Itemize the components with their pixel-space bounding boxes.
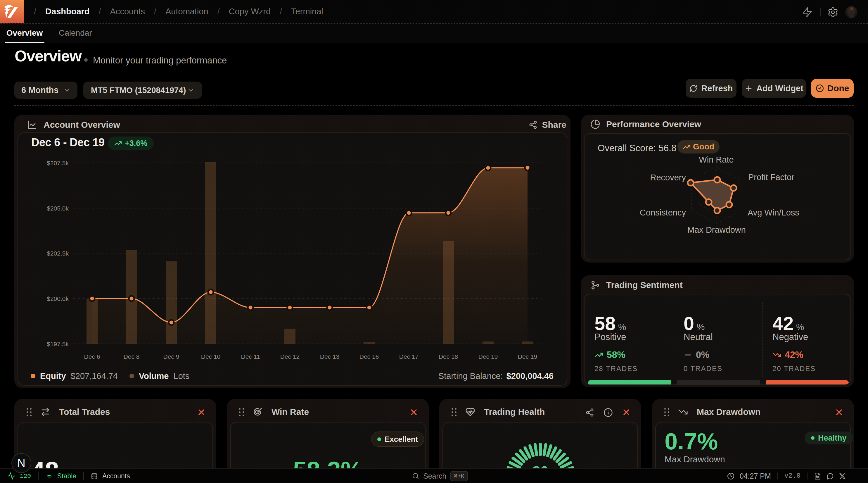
svg-text:Dec 6: Dec 6 xyxy=(84,353,100,360)
svg-text:Max Drawdown: Max Drawdown xyxy=(687,225,746,235)
svg-text:Dec 12: Dec 12 xyxy=(280,353,300,360)
svg-text:$207.5k: $207.5k xyxy=(47,160,69,167)
svg-text:Dec 10: Dec 10 xyxy=(201,353,221,360)
svg-text:Dec 19: Dec 19 xyxy=(478,353,498,360)
svg-text:Dec 13: Dec 13 xyxy=(320,353,340,360)
svg-text:Win Rate: Win Rate xyxy=(699,155,734,164)
svg-text:Recovery: Recovery xyxy=(650,173,686,182)
svg-text:$205.0k: $205.0k xyxy=(47,205,69,212)
svg-text:$200.0k: $200.0k xyxy=(47,295,69,302)
svg-text:Dec 8: Dec 8 xyxy=(124,353,140,360)
svg-text:$197.5k: $197.5k xyxy=(47,341,69,348)
svg-text:Dec 16: Dec 16 xyxy=(360,353,379,360)
svg-text:Dec 11: Dec 11 xyxy=(241,353,260,360)
svg-text:Dec 18: Dec 18 xyxy=(439,353,458,360)
svg-text:Profit Factor: Profit Factor xyxy=(748,173,794,182)
svg-text:Avg Win/Loss: Avg Win/Loss xyxy=(748,208,799,217)
svg-text:Consistency: Consistency xyxy=(640,208,686,217)
svg-text:Dec 17: Dec 17 xyxy=(399,353,419,360)
svg-text:Dec 19: Dec 19 xyxy=(518,353,537,360)
svg-text:Dec 9: Dec 9 xyxy=(163,353,180,360)
svg-text:$202.5k: $202.5k xyxy=(47,250,69,257)
